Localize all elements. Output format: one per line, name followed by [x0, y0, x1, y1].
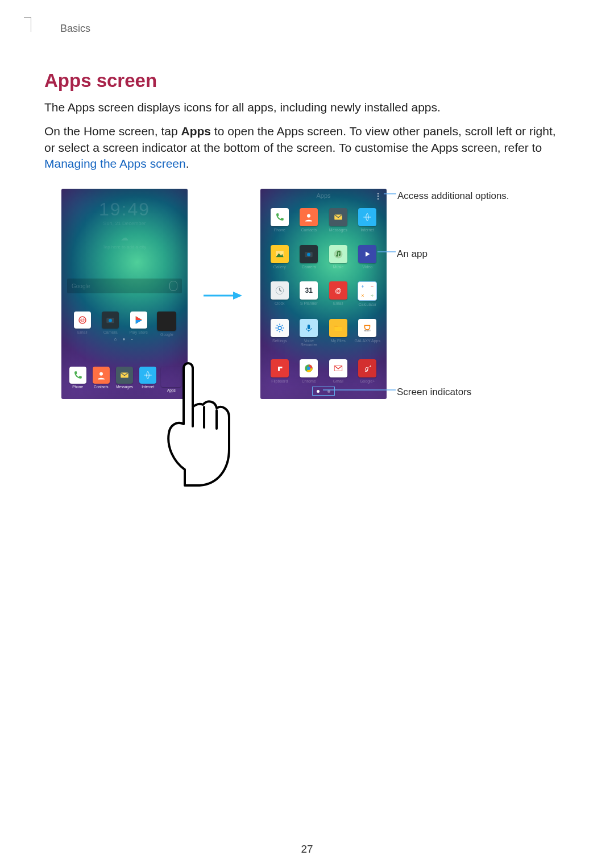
apps-row: Gallery Camera Music Video: [265, 245, 382, 269]
home-page-indicators[interactable]: ⌂ ● •: [61, 337, 188, 342]
svg-rect-36: [334, 327, 342, 331]
app-label: Phone: [274, 228, 285, 232]
svg-line-33: [282, 325, 283, 326]
breadcrumb: Basics: [60, 23, 570, 35]
app-google-folder[interactable]: Google: [155, 312, 179, 337]
svg-line-30: [277, 325, 278, 326]
app-galaxy-apps[interactable]: GALAXYGALAXY Apps: [354, 319, 380, 347]
camera-icon: [300, 245, 318, 263]
app-flipboard[interactable]: Flipboard: [267, 359, 293, 383]
svg-point-17: [334, 250, 342, 258]
contacts-icon: [93, 367, 110, 384]
section-heading: Apps screen: [44, 70, 570, 92]
app-internet[interactable]: Internet: [354, 208, 380, 232]
app-label: Email: [77, 330, 88, 334]
app-calculator[interactable]: +−×÷Calculator: [354, 281, 380, 306]
gmail-icon: [329, 359, 347, 377]
app-label: Phone: [72, 385, 83, 389]
page-number: 27: [0, 843, 614, 855]
app-label: My Files: [331, 339, 346, 343]
app-google-plus[interactable]: g+Google+: [354, 359, 380, 383]
svg-line-31: [282, 330, 283, 331]
more-options-icon[interactable]: ⋮: [374, 192, 382, 200]
paragraph-1: The Apps screen displays icons for all a…: [44, 99, 570, 115]
apps-row: Settings Voice Recorder My Files GALAXYG…: [265, 319, 382, 347]
svg-text:GALAXY: GALAXY: [364, 330, 371, 332]
app-gmail[interactable]: Gmail: [325, 359, 351, 383]
app-gallery[interactable]: Gallery: [267, 245, 293, 269]
app-label: Video: [362, 265, 372, 269]
messages-icon: [329, 208, 347, 226]
svg-text:g: g: [365, 365, 369, 372]
google-plus-icon: g+: [358, 359, 376, 377]
app-voice-recorder[interactable]: Voice Recorder: [296, 319, 322, 347]
app-label: Gallery: [273, 265, 286, 269]
messages-icon: [116, 367, 133, 384]
app-label: Flipboard: [271, 379, 288, 383]
callout-screen-indicators: Screen indicators: [323, 386, 539, 398]
dock-phone[interactable]: Phone: [66, 367, 89, 393]
header-rule: [24, 17, 31, 18]
settings-icon: [271, 319, 289, 337]
play-store-icon: [130, 312, 147, 329]
apps-screen-title: Apps: [260, 192, 387, 199]
app-camera[interactable]: Camera: [296, 245, 322, 269]
home-row-apps: @ Email Camera Play Store: [61, 312, 188, 337]
callout-text: Screen indicators: [397, 386, 471, 398]
app-label: Settings: [272, 339, 287, 343]
svg-point-18: [336, 255, 338, 256]
contacts-icon: [300, 208, 318, 226]
svg-point-14: [281, 252, 283, 254]
app-label: Music: [333, 265, 343, 269]
app-video[interactable]: Video: [354, 245, 380, 269]
app-messages[interactable]: Messages: [325, 208, 351, 232]
google-search-bar[interactable]: Google: [67, 279, 182, 293]
galaxy-apps-icon: GALAXY: [358, 319, 376, 337]
callout-an-app: An app: [377, 248, 503, 260]
app-label: Clock: [275, 301, 285, 305]
app-s-planner[interactable]: 31S Planner: [296, 281, 322, 306]
app-label: Camera: [103, 330, 118, 334]
apps-row: Phone Contacts Messages Internet: [265, 208, 382, 232]
app-phone[interactable]: Phone: [267, 208, 293, 232]
dock-contacts[interactable]: Contacts: [89, 367, 113, 393]
app-email[interactable]: @ Email: [70, 312, 94, 337]
leader-line: [384, 190, 397, 198]
header-rule-vert: [31, 17, 31, 32]
flipboard-icon: [271, 359, 289, 377]
app-label: Messages: [116, 385, 133, 389]
app-my-files[interactable]: My Files: [325, 319, 351, 347]
app-camera[interactable]: Camera: [98, 312, 122, 337]
app-music[interactable]: Music: [325, 245, 351, 269]
link-managing-apps-screen[interactable]: Managing the Apps screen: [44, 157, 186, 170]
app-label: Play Store: [130, 330, 148, 334]
app-label: Google+: [360, 379, 375, 383]
tapping-hand-icon: [155, 358, 252, 489]
app-play-store[interactable]: Play Store: [127, 312, 151, 337]
app-label: Messages: [329, 228, 347, 232]
music-icon: [329, 245, 347, 263]
app-clock[interactable]: Clock: [267, 281, 293, 306]
transition-arrow-icon: [202, 290, 242, 301]
search-placeholder: Google: [72, 283, 169, 289]
app-label: Contacts: [94, 385, 109, 389]
app-settings[interactable]: Settings: [267, 319, 293, 347]
app-label: Chrome: [302, 379, 316, 383]
leader-line: [323, 386, 397, 394]
callout-text: Access additional options.: [397, 190, 509, 202]
app-label: Email: [333, 301, 343, 305]
svg-point-4: [99, 372, 103, 376]
svg-line-32: [277, 330, 278, 331]
dock-messages[interactable]: Messages: [113, 367, 136, 393]
app-chrome[interactable]: Chrome: [296, 359, 322, 383]
app-label: Calculator: [358, 302, 376, 306]
mic-icon[interactable]: [169, 281, 177, 291]
app-contacts[interactable]: Contacts: [296, 208, 322, 232]
app-label: Google: [160, 333, 173, 337]
app-email[interactable]: @Email: [325, 281, 351, 306]
email-icon: @: [329, 281, 347, 300]
video-icon: [358, 245, 376, 263]
app-label: Camera: [302, 265, 316, 269]
weather-sub: Tap here to add a city: [61, 244, 188, 250]
apps-row: Clock 31S Planner @Email +−×÷Calculator: [265, 281, 382, 306]
